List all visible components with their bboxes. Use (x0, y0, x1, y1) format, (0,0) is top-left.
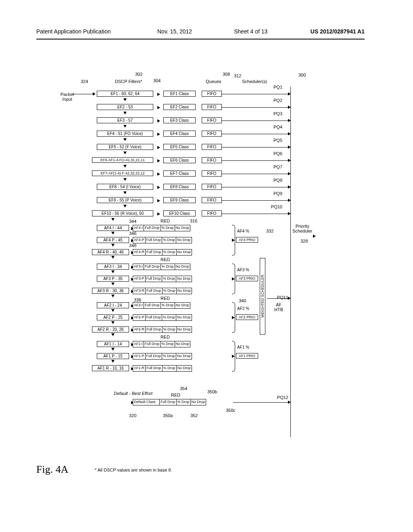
pq5: PQ5 (266, 138, 282, 143)
af3r-red: AF3-R Full Drop % Drop No Drop (133, 288, 192, 294)
pq10: PQ10 (266, 204, 282, 209)
af3i-cls: AF3-I (133, 264, 144, 270)
af1p-pct: % Drop (162, 353, 176, 360)
af3i-red: AF3-I Full Drop % Drop No Drop (133, 264, 190, 270)
af3p-filter: AF3 P - 35 (97, 276, 129, 282)
ef4-queue: FIFO (202, 131, 222, 137)
af3r-filter: AF3 R - 30, 36 (92, 288, 129, 294)
af1-prio: AF1 PRIO (236, 353, 258, 359)
af1p-cls: AF1-P (133, 353, 146, 360)
priority-sched-arrow (313, 235, 316, 238)
ef1-queue: FIFO (202, 91, 222, 97)
ef4-arrow (157, 133, 160, 136)
ef2-down (123, 112, 127, 114)
pq12-arr (288, 401, 291, 404)
af4r-no: No Drop (176, 249, 192, 256)
af2r-pct: % Drop (162, 326, 177, 333)
af4i-down (111, 232, 115, 235)
ef7-down (123, 178, 127, 181)
ef3-queue: FIFO (202, 117, 222, 123)
pq11-line (267, 298, 290, 299)
ref-324: 324 (81, 79, 88, 84)
af1i-down (111, 348, 115, 351)
ref-328: 328 (300, 239, 308, 243)
af2p-pct: % Drop (162, 314, 176, 321)
ef3-filter: EF3 - 57 (97, 117, 153, 123)
ef7-arrow (157, 172, 160, 176)
ef9-pqarr (288, 199, 291, 202)
af4p-cls: AF4-P (133, 237, 146, 243)
red-label-default: RED (171, 393, 180, 397)
pq12: PQ12 (272, 395, 288, 400)
ef9-class: EF9 Class (163, 197, 196, 203)
ref-346: 346 (129, 231, 136, 236)
ref-304: 304 (153, 78, 161, 83)
af4i-red: AF4-I Full Drop % Drop No Drop (133, 225, 190, 231)
ef4-pqline (222, 134, 290, 134)
ef9-filter: EF9 - 55 (P Voice) (97, 197, 153, 203)
ef10-pqarr (288, 212, 291, 215)
ef10-filter: EF10 - 56 (R Voice), 50 (92, 210, 153, 216)
ef2-pqarr (288, 106, 291, 109)
packet-input-label: Packet Input (60, 92, 74, 102)
ef10-pqline (222, 214, 290, 214)
ef8-class: EF8 Class (163, 184, 196, 190)
af4p-pct: % Drop (162, 237, 176, 243)
af3p-pct: % Drop (162, 276, 176, 282)
ef5-pqline (222, 147, 290, 148)
ef5-pqarr (288, 145, 291, 149)
ef1-pqline (222, 94, 290, 94)
af3r-down (111, 295, 115, 297)
ef10-class: EF10 Class (163, 210, 196, 216)
ef2-queue: FIFO (202, 104, 222, 110)
af2r-filter: AF2 R - 20, 26 (92, 326, 129, 332)
schedulers-header: Scheduler(s) (242, 79, 267, 84)
af2p-cls: AF2-P (133, 314, 146, 321)
af2i-filter: AF2 I - 24 (97, 302, 129, 308)
af1i-filter: AF1 I - 14 (97, 341, 129, 347)
ef8-pqarr (288, 185, 291, 189)
ref-312: 312 (234, 73, 241, 78)
af1-prio-arr (232, 355, 235, 358)
ef1-down (123, 98, 127, 101)
ref-316: 316 (190, 218, 197, 223)
af3-pct: AF3 % (237, 268, 249, 272)
af3-prio-arr (232, 277, 235, 281)
af1r-pct: % Drop (162, 365, 177, 372)
ef8-pqline (222, 187, 290, 187)
pq7: PQ7 (266, 164, 282, 169)
ef6-arrow (157, 159, 160, 162)
af2p-red: AF2-P Full Drop % Drop No Drop (133, 314, 192, 321)
af1p-full: Full Drop (145, 353, 163, 360)
pkt-in-line (73, 94, 95, 94)
ef6-filter: EF6-AF1-4-FO-41,31,21,11 (92, 157, 153, 163)
weighted-scheduler: WEIGHTED SCHEDULER (260, 258, 265, 335)
af3r-cls: AF3-R (133, 288, 146, 294)
af3i-no: No Drop (175, 264, 191, 270)
pq3: PQ3 (266, 111, 282, 116)
priority-sched-label: Priority Scheduler (292, 224, 313, 233)
ef5-arrow (157, 146, 160, 149)
af3i-filter: AF3 I - 34 (97, 264, 129, 270)
ef5-down (123, 152, 127, 154)
af3p-red: AF3-P Full Drop % Drop No Drop (133, 276, 192, 282)
red-label-af3: RED (161, 257, 170, 262)
ref-354: 354 (180, 386, 187, 391)
ef9-down (123, 205, 127, 208)
af4p-no: No Drop (176, 237, 192, 243)
ref-344: 344 (129, 219, 136, 224)
pq6: PQ6 (266, 151, 282, 156)
def-full: Full Drop (159, 399, 177, 405)
af3p-cls: AF3-P (133, 276, 146, 282)
af3r-no: No Drop (176, 288, 192, 294)
pq11-arr (288, 297, 291, 300)
ef8-arrow (157, 186, 160, 189)
date-label: Nov. 15, 2012 (157, 28, 192, 35)
ef7-class: EF7 Class (163, 170, 196, 177)
ef9-pqline (222, 200, 290, 201)
af2r-cls: AF2-R (133, 326, 146, 333)
pq11: PQ11 (272, 295, 288, 300)
af4p-down (111, 244, 115, 247)
ef2-arrow (157, 106, 160, 109)
pq9: PQ9 (266, 191, 282, 196)
